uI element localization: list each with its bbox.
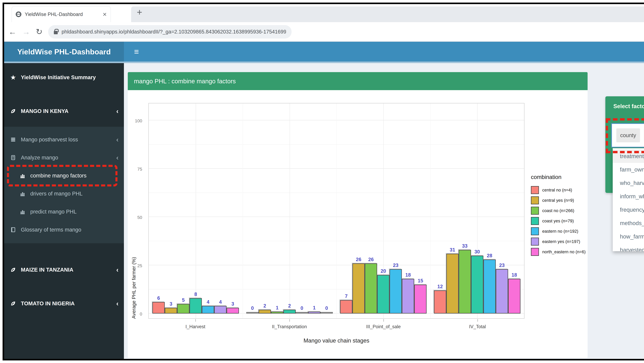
sidebar-item[interactable]: predict mango PHL — [4, 203, 124, 221]
bar-group: 7262620231815 — [336, 243, 430, 314]
bar-wrap: 26 — [365, 257, 377, 314]
sidebar-item[interactable]: MANGO IN KENYA‹ — [4, 104, 124, 118]
bar — [177, 304, 190, 314]
back-icon[interactable]: ← — [8, 28, 16, 36]
close-tab-icon[interactable]: × — [103, 11, 107, 18]
sidebar-item[interactable]: Analyze mango‹ — [4, 148, 124, 167]
url-text: phldashboard.shinyapps.io/phldashboardII… — [62, 29, 286, 35]
legend-label: coast yes (n=79) — [542, 218, 574, 224]
leaf-icon — [10, 300, 17, 306]
main-content: mango PHL : combine mango factors 635844… — [124, 63, 644, 359]
bar-wrap: 4 — [214, 299, 226, 314]
bar-value-label: 23 — [393, 262, 398, 268]
legend-title: combination — [531, 174, 586, 180]
legend-swatch — [531, 248, 539, 256]
bar — [352, 263, 365, 314]
selected-factor-tag[interactable]: county — [616, 128, 640, 142]
bar-value-label: 23 — [499, 262, 505, 268]
sidebar-item[interactable]: drivers of mango PHL — [4, 185, 124, 203]
legend-item: coast yes (n=79) — [531, 216, 586, 226]
sidebar-item[interactable]: combine mango factors — [4, 167, 124, 185]
bar-value-label: 4 — [219, 299, 222, 305]
app-brand[interactable]: YieldWise PHL-Dashboard — [4, 42, 124, 62]
legend-label: north_eastern no (n=6) — [542, 250, 586, 254]
site-favicon-icon — [16, 12, 22, 17]
sidebar-item-label: MANGO IN KENYA — [21, 108, 68, 114]
browser-tab[interactable]: YieldWise PHL-Dashboard × — [12, 6, 111, 22]
bar-value-label: 0 — [251, 306, 254, 311]
bar-value-label: 0 — [300, 306, 303, 311]
bar-wrap: 0 — [320, 306, 333, 314]
reload-icon[interactable]: ↻ — [36, 28, 42, 36]
bar-wrap: 0 — [246, 306, 259, 314]
layers-icon — [10, 137, 17, 142]
new-tab-button[interactable]: + — [137, 8, 142, 17]
factor-option[interactable]: how_farmer_identified_buyer — [613, 230, 644, 243]
bar — [434, 290, 446, 314]
bar-value-label: 4 — [207, 299, 210, 305]
x-axis-title: Mango value chain stages — [304, 337, 369, 344]
bar-wrap: 12 — [434, 284, 446, 314]
factor-option[interactable]: treatment_control — [613, 150, 644, 163]
bar-wrap: 7 — [340, 294, 352, 314]
legend-item: central no (n=4) — [531, 185, 586, 195]
bar-value-label: 3 — [170, 301, 172, 307]
bar-wrap: 5 — [177, 297, 190, 314]
bar-value-label: 1 — [276, 305, 278, 310]
bar-value-label: 26 — [356, 257, 361, 262]
sidebar-item-label: TOMATO IN NIGERIA — [21, 300, 75, 306]
bar — [226, 308, 239, 314]
legend-label: coast no (n=266) — [542, 208, 574, 213]
factor-option[interactable]: methods_of_harvest — [613, 216, 644, 230]
sidebar-item-label: Analyze mango — [21, 154, 58, 161]
bar-value-label: 0 — [325, 306, 328, 311]
bar — [259, 310, 271, 314]
bar — [320, 312, 333, 314]
sidebar-item[interactable]: Glossary of terms mango — [4, 221, 124, 239]
sidebar-item-label: Mango postharvest loss — [21, 136, 78, 143]
factor-option[interactable]: farm_ownership — [613, 163, 644, 176]
sidebar-toggle-icon[interactable]: ≡ — [130, 42, 143, 62]
bar — [459, 250, 471, 314]
sidebar-item[interactable]: TOMATO IN NIGERIA‹ — [4, 296, 124, 311]
bar-value-label: 1 — [313, 305, 316, 310]
tab-title: YieldWise PHL-Dashboard — [25, 12, 100, 17]
leaf-icon — [10, 267, 17, 273]
bar — [402, 279, 414, 314]
bar — [365, 263, 377, 314]
legend-label: eastern no (n=192) — [542, 229, 578, 234]
legend-label: central yes (n=9) — [542, 198, 574, 203]
book-icon — [10, 227, 17, 232]
page-title: mango PHL : combine mango factors — [128, 72, 588, 90]
sidebar-item[interactable]: ★YieldWise Initiative Summary — [4, 70, 124, 84]
bar-value-label: 31 — [450, 247, 455, 253]
bar — [296, 312, 308, 314]
factor-option[interactable]: harvested_mango_graded — [613, 243, 644, 251]
bar-chart-icon — [19, 191, 26, 196]
bar-value-label: 7 — [345, 294, 348, 299]
forward-icon[interactable]: → — [22, 28, 30, 36]
bar-value-label: 18 — [405, 272, 411, 278]
bar-value-label: 3 — [232, 301, 234, 307]
bar-wrap: 23 — [390, 262, 402, 314]
factor-multiselect-input[interactable]: countylabor_costs — [611, 123, 644, 148]
bar-wrap: 0 — [296, 306, 308, 314]
bar — [271, 312, 283, 314]
legend-item: central yes (n=9) — [531, 195, 586, 206]
chart-legend: combination central no (n=4)central yes … — [531, 174, 586, 257]
legend-swatch — [531, 186, 539, 194]
bar-value-label: 12 — [438, 284, 443, 289]
lock-icon — [54, 31, 58, 34]
sidebar-item[interactable]: MAIZE IN TANZANIA‹ — [4, 262, 124, 277]
factor-option[interactable]: inform_when_to_harvest — [613, 190, 644, 203]
factor-option[interactable]: who_harvested_mango — [613, 176, 644, 190]
factor-option[interactable]: frequency_of_harvest — [613, 203, 644, 216]
bar-value-label: 26 — [368, 257, 374, 262]
bar-wrap: 31 — [446, 247, 459, 314]
sidebar-item-label: predict mango PHL — [30, 208, 77, 215]
bar-value-label: 20 — [380, 268, 386, 274]
address-bar[interactable]: phldashboard.shinyapps.io/phldashboardII… — [48, 25, 292, 38]
legend-swatch — [531, 217, 539, 225]
sidebar-item[interactable]: Mango postharvest loss‹ — [4, 130, 124, 148]
x-tick-label: IV_Total — [430, 321, 524, 330]
